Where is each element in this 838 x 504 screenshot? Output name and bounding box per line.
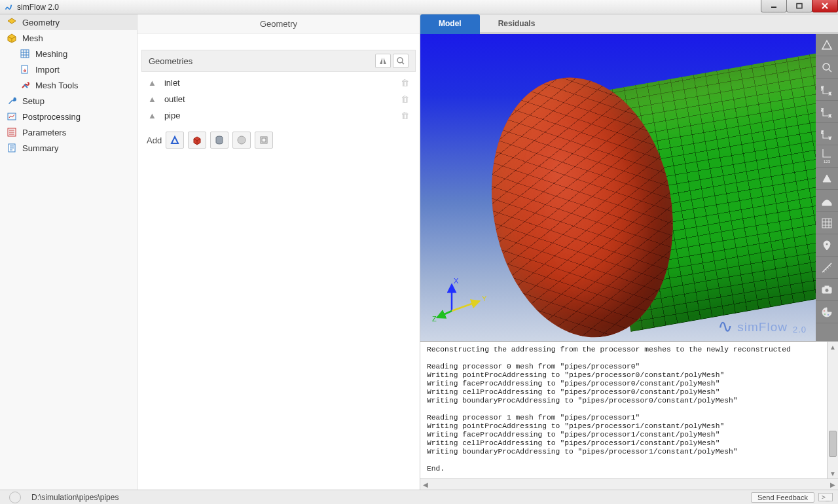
sidebar-item-postprocessing[interactable]: Postprocessing bbox=[0, 109, 137, 124]
minimize-button[interactable] bbox=[761, 0, 787, 12]
zoom-button[interactable] bbox=[816, 56, 838, 79]
geometry-name: outlet bbox=[164, 94, 185, 104]
console-scrollbar[interactable]: ▲ ▼ bbox=[827, 342, 838, 478]
svg-line-17 bbox=[452, 301, 479, 311]
svg-point-23 bbox=[823, 63, 829, 70]
3d-viewport[interactable]: X Y Z ∿ simFlow 2.0 bbox=[420, 34, 816, 341]
app-icon bbox=[4, 3, 13, 12]
svg-rect-4 bbox=[21, 50, 29, 58]
geometry-item-inlet[interactable]: ▲ inlet 🗑 bbox=[143, 75, 414, 91]
add-plane-button[interactable] bbox=[255, 132, 273, 149]
sidebar-item-summary[interactable]: Summary bbox=[0, 140, 137, 156]
delete-icon[interactable]: 🗑 bbox=[401, 78, 409, 88]
sidebar-label: Postprocessing bbox=[22, 112, 81, 122]
ruler-button[interactable] bbox=[816, 257, 838, 279]
viewport-watermark: ∿ simFlow 2.0 bbox=[718, 320, 807, 334]
view-yx-button[interactable]: yx bbox=[816, 79, 838, 101]
svg-text:Y: Y bbox=[482, 295, 487, 302]
tools-icon bbox=[20, 80, 30, 90]
view-zx-button[interactable]: zx bbox=[816, 101, 838, 123]
geometries-label: Geometries bbox=[149, 56, 192, 66]
mesh-render bbox=[471, 34, 816, 341]
svg-text:x: x bbox=[829, 91, 831, 96]
shading-button[interactable] bbox=[816, 168, 838, 190]
add-triangle-button[interactable] bbox=[166, 132, 184, 149]
sidebar-item-meshing[interactable]: Meshing bbox=[0, 46, 137, 62]
color-button[interactable] bbox=[816, 301, 838, 323]
svg-text:Z: Z bbox=[432, 315, 437, 323]
meshing-icon bbox=[20, 48, 30, 59]
svg-rect-1 bbox=[797, 4, 802, 9]
wave-icon: ∿ bbox=[718, 320, 733, 333]
surface-button[interactable] bbox=[816, 190, 838, 212]
sidebar-item-geometry[interactable]: Geometry bbox=[0, 14, 137, 30]
geometries-header: Geometries bbox=[141, 50, 416, 72]
geometry-item-outlet[interactable]: ▲ outlet 🗑 bbox=[143, 91, 414, 107]
delete-icon[interactable]: 🗑 bbox=[401, 94, 409, 104]
window-titlebar: simFlow 2.0 bbox=[0, 0, 838, 14]
parameters-icon bbox=[7, 127, 17, 137]
add-cylinder-button[interactable] bbox=[210, 132, 228, 149]
svg-point-9 bbox=[397, 58, 403, 63]
svg-marker-10 bbox=[172, 137, 178, 143]
wireframe-button[interactable] bbox=[816, 212, 838, 234]
tab-model[interactable]: Model bbox=[420, 14, 480, 34]
svg-marker-2 bbox=[8, 18, 16, 24]
svg-text:z: z bbox=[821, 107, 824, 112]
window-title: simFlow 2.0 bbox=[17, 3, 59, 12]
svg-text:y: y bbox=[821, 85, 824, 90]
summary-icon bbox=[7, 143, 17, 153]
sidebar-item-parameters[interactable]: Parameters bbox=[0, 124, 137, 140]
viewport-toolbar: yx zx zy 123 bbox=[816, 34, 838, 341]
send-feedback-button[interactable]: Send Feedback bbox=[751, 492, 814, 503]
svg-rect-34 bbox=[825, 286, 829, 288]
triangle-icon: ▲ bbox=[148, 111, 156, 120]
terminal-toggle-button[interactable]: >_ bbox=[818, 493, 833, 501]
sidebar-label: Import bbox=[35, 65, 60, 75]
add-box-button[interactable] bbox=[188, 132, 206, 149]
sidebar-item-mesh[interactable]: Mesh bbox=[0, 30, 137, 46]
view-zy-button[interactable]: zy bbox=[816, 123, 838, 145]
svg-rect-15 bbox=[262, 138, 266, 142]
screenshot-button[interactable] bbox=[816, 279, 838, 301]
viewer-tabs: Model Residuals bbox=[420, 14, 838, 34]
mirror-button[interactable] bbox=[375, 54, 391, 68]
console-hscrollbar[interactable]: ◀▶ bbox=[420, 478, 838, 490]
sidebar-label: Summary bbox=[22, 143, 59, 153]
console-output[interactable]: Reconstructing the addressing from the p… bbox=[420, 342, 827, 478]
tab-residuals[interactable]: Residuals bbox=[480, 14, 554, 32]
sidebar-item-mesh-tools[interactable]: Mesh Tools bbox=[0, 77, 137, 93]
delete-icon[interactable]: 🗑 bbox=[401, 111, 409, 120]
sidebar: Geometry Mesh Meshing Import Mesh Tools … bbox=[0, 14, 137, 490]
svg-text:z: z bbox=[821, 130, 824, 134]
geometry-icon bbox=[7, 17, 17, 27]
svg-point-37 bbox=[828, 314, 829, 315]
sidebar-label: Mesh Tools bbox=[35, 81, 79, 90]
add-sphere-button[interactable] bbox=[232, 132, 251, 149]
svg-point-13 bbox=[238, 136, 246, 144]
location-button[interactable] bbox=[816, 234, 838, 257]
axis-triad: X Y Z bbox=[432, 278, 491, 327]
panel-title: Geometry bbox=[137, 14, 420, 34]
geometry-item-pipe[interactable]: ▲ pipe 🗑 bbox=[143, 107, 414, 124]
triangle-icon: ▲ bbox=[148, 78, 156, 88]
sidebar-item-import[interactable]: Import bbox=[0, 62, 137, 77]
postprocessing-icon bbox=[7, 111, 17, 122]
console-panel: Reconstructing the addressing from the p… bbox=[420, 341, 838, 478]
svg-text:X: X bbox=[454, 278, 459, 285]
svg-point-33 bbox=[825, 288, 829, 292]
view-perspective-button[interactable] bbox=[816, 34, 838, 56]
svg-point-35 bbox=[824, 310, 826, 312]
zoom-fit-button[interactable] bbox=[393, 54, 409, 68]
geometry-panel: Geometry Geometries ▲ inlet 🗑 ▲ outlet 🗑 bbox=[137, 14, 420, 490]
sidebar-label: Setup bbox=[22, 96, 45, 106]
watermark-text: simFlow bbox=[737, 320, 788, 334]
watermark-version: 2.0 bbox=[793, 325, 807, 334]
svg-point-31 bbox=[826, 243, 828, 245]
mesh-icon bbox=[7, 33, 17, 43]
sidebar-item-setup[interactable]: Setup bbox=[0, 93, 137, 109]
close-button[interactable] bbox=[812, 0, 838, 12]
view-scale-button[interactable]: 123 bbox=[816, 145, 838, 168]
maximize-button[interactable] bbox=[786, 0, 812, 12]
geometry-name: inlet bbox=[164, 78, 180, 88]
